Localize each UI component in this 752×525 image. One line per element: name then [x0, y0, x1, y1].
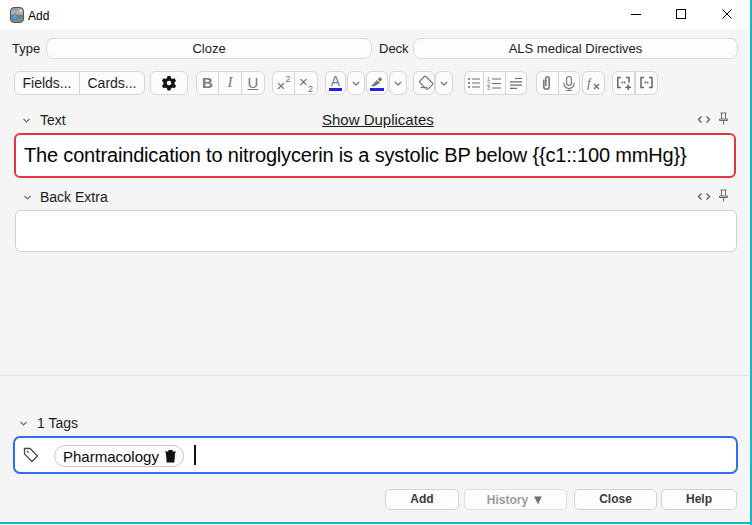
- svg-text:3: 3: [487, 85, 490, 91]
- svg-text:f: f: [587, 75, 593, 90]
